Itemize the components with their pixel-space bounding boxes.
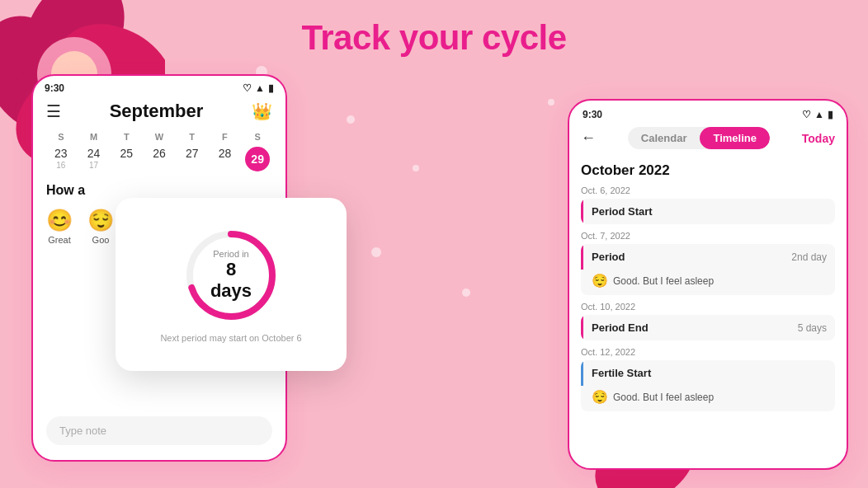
- signal-icon-right: ▲: [814, 109, 824, 120]
- tl-date-oct6: Oct. 6, 2022: [581, 185, 835, 195]
- tl-fertile-start-row: Fertile Start: [581, 360, 835, 386]
- cal-day-27[interactable]: 27: [176, 143, 209, 175]
- cal-day-28[interactable]: 28: [209, 143, 242, 175]
- status-icons-left: ♡ ▲ ▮: [243, 82, 274, 94]
- dot-decoration: [462, 289, 470, 297]
- cal-day-29[interactable]: 29: [241, 143, 274, 175]
- great-label: Great: [48, 235, 71, 245]
- status-time-left: 9:30: [45, 82, 64, 94]
- countdown-card: Period in 8 days Next period may start o…: [116, 198, 347, 371]
- cal-header-thu: T: [176, 130, 209, 143]
- tl-period-label: Period: [592, 251, 785, 263]
- tl-period-end-days: 5 days: [798, 322, 827, 334]
- tl-card-oct12: Fertile Start 😌 Good. But I feel asleep: [581, 360, 835, 411]
- tl-date-oct7: Oct. 7, 2022: [581, 231, 835, 241]
- dot-decoration: [548, 99, 554, 106]
- tl-note-emoji-oct7: 😌: [592, 273, 608, 289]
- phone-mockup-right: 9:30 ♡ ▲ ▮ ← Calendar Timeline Today Oct…: [568, 99, 848, 470]
- tl-card-oct10: Period End 5 days: [581, 315, 835, 340]
- status-bar-right: 9:30 ♡ ▲ ▮: [569, 101, 847, 124]
- timeline-section-oct10: Oct. 10, 2022 Period End 5 days: [581, 302, 835, 340]
- tl-fertile-start-label: Fertile Start: [592, 367, 827, 379]
- wifi-icon-right: ♡: [802, 109, 811, 120]
- great-emoji: 😊: [46, 208, 73, 233]
- nav-row-right: ← Calendar Timeline Today: [569, 124, 847, 156]
- cal-header-sat: S: [241, 130, 274, 143]
- cal-day-26[interactable]: 26: [143, 143, 176, 175]
- tab-calendar[interactable]: Calendar: [628, 127, 701, 149]
- tl-period-end-label: Period End: [592, 321, 791, 334]
- good-emoji: 😌: [87, 208, 114, 233]
- battery-icon-right: ▮: [828, 109, 833, 120]
- status-time-right: 9:30: [583, 109, 602, 120]
- cal-header-wed: W: [143, 130, 176, 143]
- dot-decoration: [413, 165, 419, 171]
- calendar-week-row: 2316 2417 25 26 27 28 29: [45, 143, 274, 175]
- tl-date-oct12: Oct. 12, 2022: [581, 347, 835, 357]
- days-count: 8 days: [210, 259, 252, 301]
- wifi-icon: ♡: [243, 82, 252, 94]
- timeline-section-oct12: Oct. 12, 2022 Fertile Start 😌 Good. But …: [581, 347, 835, 411]
- cal-day-24[interactable]: 2417: [78, 143, 111, 175]
- tl-fertile-note-row: 😌 Good. But I feel asleep: [581, 386, 835, 411]
- cal-header-sun: S: [45, 130, 78, 143]
- tl-card-oct6: Period Start: [581, 199, 835, 224]
- tl-card-oct7: Period 2nd day 😌 Good. But I feel asleep: [581, 244, 835, 295]
- tl-date-oct10: Oct. 10, 2022: [581, 302, 835, 312]
- cal-header-tue: T: [110, 130, 143, 143]
- tl-period-note-row: 😌 Good. But I feel asleep: [581, 270, 835, 295]
- tl-period-day-count: 2nd day: [791, 251, 827, 263]
- crown-icon: 👑: [252, 101, 272, 121]
- tl-period-start-label: Period Start: [592, 205, 827, 218]
- status-icons-right: ♡ ▲ ▮: [802, 109, 833, 120]
- menu-icon[interactable]: ☰: [46, 101, 61, 121]
- month-title: September: [110, 101, 204, 122]
- tab-timeline[interactable]: Timeline: [700, 127, 770, 149]
- today-button[interactable]: Today: [802, 132, 835, 145]
- calendar-grid: S M T W T F S 2316 2417 25 26 27 28 29: [33, 127, 285, 178]
- cal-header-mon: M: [78, 130, 111, 143]
- calendar-header: S M T W T F S: [45, 130, 274, 143]
- mood-great[interactable]: 😊 Great: [46, 208, 73, 245]
- tl-period-row: Period 2nd day: [581, 244, 835, 270]
- tl-note-text-oct12: Good. But I feel asleep: [613, 392, 714, 403]
- tl-period-start-row: Period Start: [581, 199, 835, 224]
- status-bar-left: 9:30 ♡ ▲ ▮: [33, 76, 285, 97]
- signal-icon: ▲: [255, 82, 265, 94]
- dot-decoration: [371, 247, 381, 257]
- cal-header-fri: F: [209, 130, 242, 143]
- countdown-text: Period in 8 days: [206, 249, 256, 302]
- timeline-section-oct7: Oct. 7, 2022 Period 2nd day 😌 Good. But …: [581, 231, 835, 295]
- tl-note-emoji-oct12: 😌: [592, 389, 608, 405]
- timeline-section-oct6: Oct. 6, 2022 Period Start: [581, 185, 835, 224]
- page-title: Track your cycle: [0, 18, 868, 58]
- dot-decoration: [347, 115, 355, 124]
- good-label: Goo: [92, 235, 110, 245]
- mood-good[interactable]: 😌 Goo: [87, 208, 114, 245]
- cal-day-23[interactable]: 2316: [45, 143, 78, 175]
- timeline-month-label: October 2022: [581, 162, 835, 179]
- countdown-ring: Period in 8 days: [182, 226, 281, 325]
- type-note-input[interactable]: Type note: [46, 416, 272, 445]
- cal-day-25[interactable]: 25: [110, 143, 143, 175]
- tl-period-end-row: Period End 5 days: [581, 315, 835, 340]
- period-in-label: Period in: [206, 249, 256, 259]
- battery-icon: ▮: [268, 82, 274, 94]
- next-period-note: Next period may start on October 6: [160, 333, 301, 343]
- back-button[interactable]: ←: [581, 129, 596, 147]
- tab-group: Calendar Timeline: [628, 127, 770, 149]
- tl-note-text-oct7: Good. But I feel asleep: [613, 275, 714, 287]
- calendar-header-row: ☰ September 👑: [33, 97, 285, 127]
- timeline-content: October 2022 Oct. 6, 2022 Period Start O…: [569, 156, 847, 425]
